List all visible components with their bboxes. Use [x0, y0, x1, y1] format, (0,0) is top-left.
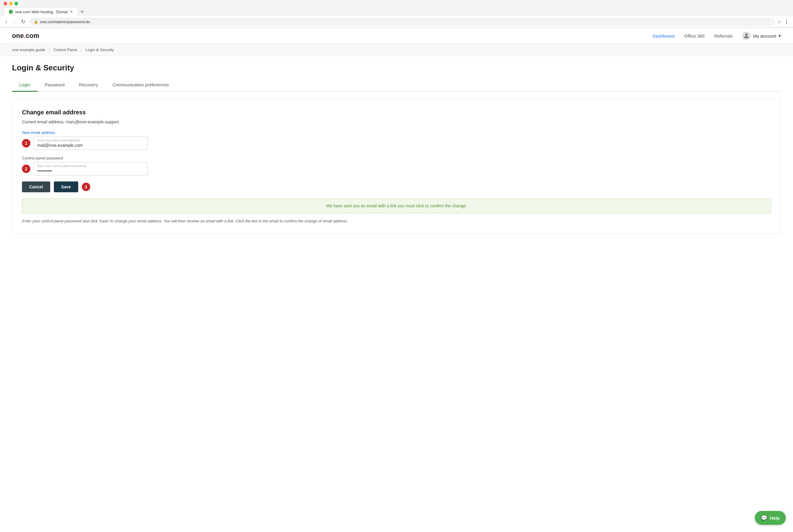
reload-button[interactable]: ↻	[19, 18, 27, 25]
nav-item-dashboard[interactable]: Dashboard	[653, 33, 675, 39]
tab-title: one.com Web hosting · Domai	[15, 10, 68, 14]
browser-tab[interactable]: one.com Web hosting · Domai ×	[4, 7, 78, 16]
breadcrumb-item-control-panel[interactable]: Control Panel	[54, 48, 77, 52]
step-1-badge: 1	[22, 139, 31, 148]
account-menu[interactable]: My account ▾	[742, 32, 781, 40]
lock-icon: 🔒	[34, 20, 38, 24]
window-close-button[interactable]	[4, 2, 7, 5]
password-input-wrapper: Type your control panel password	[33, 162, 771, 175]
site-logo: one.com	[12, 32, 39, 40]
page-title: Login & Security	[12, 63, 781, 73]
logo-text-1: one	[12, 32, 24, 39]
new-email-step-wrapper: 1 Type your new email address	[33, 137, 771, 150]
password-label: Control panel password	[22, 156, 771, 160]
site-header: one.com Dashboard Office 365 Referrals M…	[0, 28, 793, 44]
current-email-value: mary@one-example.support	[66, 119, 119, 124]
url-input[interactable]	[40, 20, 771, 24]
current-email-display: Current email address: mary@one-example.…	[22, 119, 771, 124]
password-placeholder-label: Type your control panel password	[37, 164, 86, 168]
window-maximize-button[interactable]	[15, 2, 18, 5]
new-email-label: New email address	[22, 130, 771, 135]
success-message: We have sent you an email with a link yo…	[22, 198, 771, 213]
save-button[interactable]: Save	[54, 182, 78, 192]
browser-menu-button[interactable]: ⋮	[784, 18, 789, 25]
new-email-input-wrapper: Type your new email address	[33, 137, 771, 150]
card-title: Change email address	[22, 109, 771, 116]
account-chevron-icon: ▾	[778, 33, 781, 39]
success-message-text: We have sent you an email with a link yo…	[326, 204, 467, 208]
tab-password[interactable]: Password	[38, 78, 72, 92]
breadcrumb-item-login-security[interactable]: Login & Security	[85, 48, 114, 52]
nav-item-office365[interactable]: Office 365	[684, 33, 704, 39]
breadcrumb: one-example.guide | Control Panel | Logi…	[0, 44, 793, 56]
new-email-placeholder-label: Type your new email address	[37, 138, 80, 142]
browser-toolbar: ‹ › ↻ 🔒 ☆ ⋮	[0, 16, 793, 28]
logo-text-2: com	[25, 32, 39, 39]
address-bar[interactable]: 🔒	[30, 18, 775, 25]
breadcrumb-item-domain[interactable]: one-example.guide	[12, 48, 45, 52]
page-content: Login & Security Login Password Recovery…	[0, 56, 793, 241]
help-note: Enter your control panel password and cl…	[22, 218, 771, 224]
window-minimize-button[interactable]	[9, 2, 13, 5]
tab-login[interactable]: Login	[12, 78, 38, 92]
window-controls	[4, 2, 18, 5]
cancel-button[interactable]: Cancel	[22, 182, 50, 192]
breadcrumb-separator-2: |	[81, 48, 82, 52]
step-2-badge: 2	[22, 165, 31, 173]
password-group: Control panel password 2 Type your contr…	[22, 156, 771, 175]
tab-bar: one.com Web hosting · Domai × +	[0, 7, 793, 16]
tab-communication-preferences[interactable]: Communication preferences	[105, 78, 176, 92]
button-row: Cancel Save 3	[22, 182, 771, 192]
back-button[interactable]: ‹	[4, 18, 9, 25]
breadcrumb-separator-1: |	[49, 48, 50, 52]
forward-button[interactable]: ›	[12, 18, 17, 25]
new-tab-button[interactable]: +	[79, 7, 85, 16]
bookmark-button[interactable]: ☆	[777, 19, 781, 25]
tab-recovery[interactable]: Recovery	[72, 78, 105, 92]
tabs: Login Password Recovery Communication pr…	[12, 78, 781, 92]
browser-chrome: one.com Web hosting · Domai × + ‹ › ↻ 🔒 …	[0, 0, 793, 28]
change-email-card: Change email address Current email addre…	[12, 99, 781, 234]
account-label: My account	[753, 33, 776, 39]
tab-favicon	[9, 10, 13, 14]
nav-item-referrals[interactable]: Referrals	[714, 33, 733, 39]
password-step-wrapper: 2 Type your control panel password	[33, 162, 771, 175]
step-3-badge: 3	[82, 183, 90, 191]
account-avatar-icon	[742, 32, 751, 40]
site-nav: Dashboard Office 365 Referrals	[653, 33, 733, 39]
new-email-group: New email address 1 Type your new email …	[22, 130, 771, 150]
tab-close-button[interactable]: ×	[70, 9, 73, 14]
current-email-label: Current email address:	[22, 119, 65, 124]
